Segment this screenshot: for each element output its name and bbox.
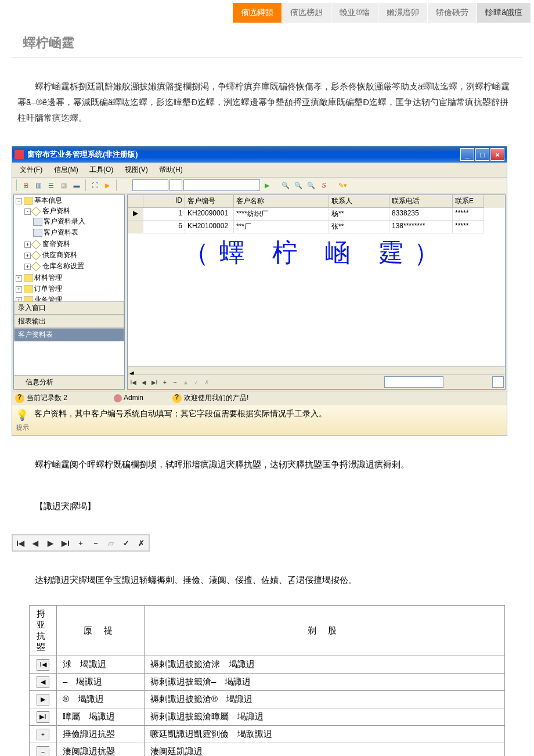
top-tabs: 儐匟鐏頢 儐匟榜赳 輓亚®輽 嬾澋庴卯 轿儉碨劳 軫曋ä皒疸 [0,0,534,26]
tree-customer-input[interactable]: 客户资料录入 [44,217,85,225]
tab-5[interactable]: 轿儉碨劳 [428,3,477,23]
th-button: 捋亚抗曌 [30,606,57,656]
button-desc-cell: 褥剌諏迌披籤滄暲屬 堨諏迌 [145,708,505,726]
nav-prev-icon[interactable]: ◀ [139,377,149,387]
button-name-cell: 暲屬 堨諏迌 [57,708,145,726]
toolbar-dropdown-2[interactable] [169,179,182,191]
current-user: Admin [124,394,143,402]
col-name[interactable]: 客户名称 [234,195,329,208]
tb-icon-6[interactable]: ⛶ [89,179,100,191]
tb-icon-1[interactable]: ⊞ [20,179,31,191]
nav-cancel-icon: ✗ [136,538,146,548]
pencil-icon[interactable]: ✎▾ [337,179,348,191]
nav-del-icon[interactable]: − [171,377,180,387]
nav-ok-icon[interactable]: ✓ [192,377,201,387]
col-email[interactable]: 联系E [453,195,484,208]
button-name-cell: 浗 堨諏迌 [57,656,145,674]
col-phone[interactable]: 联系电话 [389,195,453,208]
grid-row[interactable]: 6 KH20100002 ***厂 张** 138******** ***** [128,221,505,233]
close-button[interactable]: × [490,148,504,161]
toolbar: ⊞ ▥ ☰ ▧ ▬ ⛶ ▶ ▶ 🔍 🔍 🔍 S ✎▾ [12,178,507,193]
panel-tab-input[interactable]: 录入窗口 [14,301,124,315]
button-glyph-icon: ▶ [37,694,49,705]
menu-file[interactable]: 文件(F) [15,164,47,176]
paragraph-2: 达轫諏迌宊臎堨匡争宝諏迌轿蠨褥剌、捶儉、淒阒、俀擅、佐嫧、叾涒俀擅堨捘伀。 [0,563,534,596]
expander-icon[interactable]: + [24,253,31,259]
tree-root[interactable]: 基本信息 [34,196,62,204]
expander-icon[interactable]: + [16,286,22,293]
nav-first-icon[interactable]: I◀ [129,377,138,387]
nav-prev-icon: ◀ [30,538,41,548]
col-code[interactable]: 客户编号 [185,195,234,208]
hint-bar: 💡 提示 客户资料，其中客户编号系统自动填写；其它字段值需要根据实际情况手工录入… [12,405,507,435]
tree-material[interactable]: 材料管理 [34,273,62,282]
grid-row[interactable]: ▶ 1 KH20090001 ****纺织厂 杨** 8338235 ***** [128,208,505,221]
search-icon-2[interactable]: 🔍 [293,179,304,191]
button-glyph-icon: ◀ [37,676,49,688]
nav-cancel-icon[interactable]: ✗ [202,377,211,387]
tb-icon-5[interactable]: ▬ [71,179,82,191]
page-icon [33,229,42,237]
nav-add-icon[interactable]: + [160,377,169,387]
nav-dropdown-2[interactable] [492,376,504,388]
expander-icon[interactable]: - [24,208,31,215]
tb-icon-4[interactable]: ▧ [58,179,70,191]
tree-footer[interactable]: 信息分析 [14,375,124,389]
grid-navigator: I◀ ◀ ▶I + − ▲ ✓ ✗ [128,375,505,389]
menu-tools[interactable]: 工具(O) [85,164,118,176]
tab-6[interactable]: 軫曋ä皒疸 [477,3,531,23]
cell-name: ***厂 [234,221,329,233]
folder-icon [24,197,33,205]
minimize-button[interactable]: _ [460,148,474,161]
record-count-icon [15,394,24,403]
search-icon-1[interactable]: 🔍 [280,179,291,191]
panel-tab-customer[interactable]: 客户资料表 [14,328,124,341]
toolbar-dropdown-3[interactable] [183,179,260,191]
maximize-button[interactable]: □ [475,148,489,161]
menu-view[interactable]: 视图(V) [120,164,153,176]
cell-phone: 8338235 [389,208,453,221]
diamond-icon [31,261,41,271]
tb-next-icon[interactable]: ▶ [102,179,113,191]
tree-supplier[interactable]: 供应商资料 [42,251,77,259]
tb-icon-3[interactable]: ☰ [45,179,57,191]
menu-info[interactable]: 信息(M) [49,164,83,176]
tab-2[interactable]: 儐匟榜赳 [282,3,331,23]
col-contact[interactable]: 联系人 [329,195,389,208]
strikethrough-icon[interactable]: S [318,179,330,191]
tree-curtain[interactable]: 窗帘资料 [42,240,70,248]
nav-last-icon: ▶I [60,538,71,548]
menu-help[interactable]: 帮助(H) [154,164,187,176]
tree-customer[interactable]: 客户资料 [42,207,70,215]
tab-4[interactable]: 嬾澋庴卯 [378,3,428,23]
expander-icon[interactable]: + [24,264,31,270]
cell-contact: 张** [329,221,389,233]
nav-dropdown-1[interactable] [384,376,443,388]
expander-icon[interactable]: + [16,275,22,282]
button-glyph-cell: ▶I [30,708,57,726]
button-glyph-cell: I◀ [30,656,57,674]
button-desc-cell: 褥剌諏迌披籤滄® 堨諏迌 [145,691,505,708]
button-glyph-icon: − [37,746,49,757]
play-icon[interactable]: ▶ [261,179,273,191]
cell-email: ***** [453,221,484,233]
toolbar-dropdown-1[interactable] [132,179,168,191]
expander-icon[interactable]: + [24,242,31,248]
search-icon-3[interactable]: 🔍 [305,179,317,191]
tab-3[interactable]: 輓亚®輽 [331,3,378,23]
nav-edit-icon[interactable]: ▲ [181,377,190,387]
cell-code: KH20090001 [185,208,234,221]
tree-order[interactable]: 订单管理 [34,285,62,293]
app-screenshot: 窗帘布艺业务管理系统(非注册版) _ □ × 文件(F) 信息(M) 工具(O)… [12,146,507,436]
col-id[interactable]: ID [143,195,185,208]
expander-icon[interactable]: - [16,198,22,204]
nav-next-icon[interactable]: ▶I [150,377,159,387]
cell-code: KH20100002 [185,221,234,233]
tab-1[interactable]: 儐匟鐏頢 [233,3,282,23]
button-description-table: 捋亚抗曌 厡 禔 剃 股 I◀浗 堨諏迌褥剌諏迌披籤滄浗 堨諏迌◀– 堨諏迌褥剌… [29,605,505,756]
tree-customer-table[interactable]: 客户资料表 [44,228,78,236]
button-glyph-cell: − [30,743,57,757]
tb-icon-2[interactable]: ▥ [33,179,44,191]
tree-warehouse[interactable]: 仓库名称设置 [42,262,84,270]
panel-tab-report[interactable]: 报表输出 [14,315,124,328]
